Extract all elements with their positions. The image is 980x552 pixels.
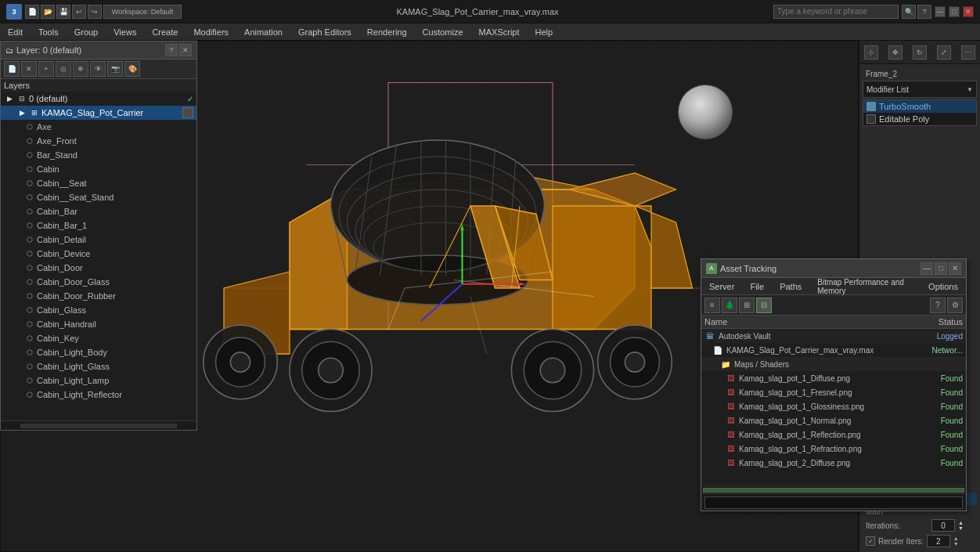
layers-add-btn[interactable]: + [38,61,54,77]
asset-row[interactable]: 🖼 Kamag_slag_pot_1_Glossiness.png Found [701,399,966,413]
layer-item[interactable]: ⬡ Cabin_Detail [1,233,196,247]
layer-item[interactable]: ⬡ Cabin_Light_Lamp [1,373,196,388]
layer-item[interactable]: ▶ ⊟ 0 (default) ✓ [1,92,196,106]
layer-item[interactable]: ⬡ Axe [1,120,196,134]
save-btn[interactable]: 💾 [56,5,70,19]
asset-menu-server[interactable]: Server [701,278,742,295]
ts-iterations-down[interactable]: ▼ [958,525,964,531]
menu-help[interactable]: Help [528,23,561,41]
layers-help-btn[interactable]: ? [165,44,178,56]
asset-menu-file[interactable]: File [742,278,772,295]
menu-rendering[interactable]: Rendering [359,23,415,41]
layer-item[interactable]: ⬡ Cabin_Light_Reflector [1,388,196,402]
modifier-turbosmooth[interactable]: TurboSmooth [863,100,976,113]
minimize-btn[interactable]: — [935,6,946,17]
menu-maxscript[interactable]: MAXScript [471,23,528,41]
ts-render-iters-checkbox[interactable]: ✓ [866,536,875,546]
open-btn[interactable]: 📂 [41,5,55,19]
asset-path-input[interactable] [704,496,963,509]
new-btn[interactable]: 📄 [25,5,39,19]
asset-minimize-btn[interactable]: — [921,262,933,275]
asset-maximize-btn[interactable]: □ [935,262,947,275]
asset-row[interactable]: 🏛 Autodesk Vault Logged [701,329,966,343]
modifier-editable-poly[interactable]: Editable Poly [863,113,976,125]
layer-item[interactable]: ⬡ Cabin_Door_Rubber [1,289,196,303]
layer-item[interactable]: ⬡ Cabin__Seat_Stand [1,190,196,204]
asset-row[interactable]: 🖼 Kamag_slag_pot_1_Reflection.png Found [701,428,966,442]
asset-view-grid-btn[interactable]: ⊞ [739,298,755,313]
redo-btn[interactable]: ↪ [88,5,102,19]
scale-icon[interactable]: ⤢ [937,45,951,60]
layer-item[interactable]: ⬡ Cabin [1,162,196,176]
modifier-list-dropdown[interactable]: Modifier List [863,81,977,98]
asset-settings-btn[interactable]: ⚙ [947,298,963,313]
ts-iterations-input[interactable] [931,519,955,532]
asset-menu-bitmap[interactable]: Bitmap Performance and Memory [809,278,921,295]
asset-table-body[interactable]: 🏛 Autodesk Vault Logged 📄 KAMAG_Slag_Pot… [701,329,966,485]
layers-list[interactable]: ▶ ⊟ 0 (default) ✓ ▶ ⊞ KAMAG_Slag_Pot_Car… [1,92,196,420]
asset-menu-paths[interactable]: Paths [772,278,809,295]
layers-color-btn[interactable]: 🎨 [124,61,140,77]
more-icon[interactable]: ⋯ [961,45,975,60]
layers-freeze-btn[interactable]: ❄ [73,61,88,77]
asset-close-btn[interactable]: ✕ [949,262,961,275]
asset-row[interactable]: 🖼 Kamag_slag_pot_2_Diffuse.png Found [701,456,966,470]
move-icon[interactable]: ✥ [888,45,903,60]
ts-render-iters-down[interactable]: ▼ [953,541,959,547]
help-icon[interactable]: ? [917,5,931,19]
asset-row[interactable]: 🖼 Kamag_slag_pot_1_Refraction.png Found [701,442,966,456]
layer-item[interactable]: ⬡ Cabin__Seat [1,176,196,190]
select-icon[interactable]: ⊹ [864,45,878,60]
layers-scrollbar[interactable] [20,424,177,428]
menu-create[interactable]: Create [144,23,186,41]
undo-btn[interactable]: ↩ [72,5,86,19]
asset-row[interactable]: 🖼 Kamag_slag_pot_1_Diffuse.png Found [701,371,966,385]
search-input[interactable] [773,5,899,19]
nav-sphere[interactable] [678,85,733,139]
asset-row[interactable]: 🖼 Kamag_slag_pot_1_Normal.png Found [701,413,966,428]
layer-item[interactable]: ⬡ Cabin_Device [1,247,196,261]
menu-animation[interactable]: Animation [236,23,290,41]
editable-poly-checkbox[interactable] [867,114,876,124]
asset-view-list-btn[interactable]: ≡ [704,298,720,313]
asset-help-btn[interactable]: ? [930,298,946,313]
layers-hide-btn[interactable]: 👁 [90,61,106,77]
menu-customize[interactable]: Customize [415,23,471,41]
layers-render-btn[interactable]: 📷 [107,61,123,77]
layer-item[interactable]: ⬡ Cabin_Door_Glass [1,275,196,289]
close-btn[interactable]: ✕ [963,6,974,17]
layers-delete-btn[interactable]: ✕ [21,61,37,77]
layers-select-btn[interactable]: ◎ [56,61,71,77]
layer-item[interactable]: ⬡ Cabin_Glass [1,303,196,317]
asset-view-tree-btn[interactable]: 🌲 [722,298,737,313]
asset-menu-options[interactable]: Options [921,278,966,295]
layers-close-btn[interactable]: ✕ [179,44,192,56]
menu-edit[interactable]: Edit [0,23,31,41]
layer-item[interactable]: ⬡ Cabin_Bar [1,204,196,218]
layer-item[interactable]: ⬡ Cabin_Key [1,331,196,345]
maximize-btn[interactable]: □ [949,6,960,17]
layer-item[interactable]: ⬡ Axe_Front [1,134,196,148]
ts-render-iters-up[interactable]: ▲ [953,536,959,541]
layer-item[interactable]: ⬡ Cabin_Light_Glass [1,359,196,373]
rotate-icon[interactable]: ↻ [913,45,927,60]
menu-views[interactable]: Views [106,23,144,41]
asset-row[interactable]: 🖼 Kamag_slag_pot_1_Fresnel.png Found [701,385,966,399]
viewport-nav-cube[interactable] [678,85,733,139]
layer-item[interactable]: ▶ ⊞ KAMAG_Slag_Pot_Carrier [1,106,196,120]
menu-group[interactable]: Group [67,23,106,41]
layer-item[interactable]: ⬡ Cabin_Bar_1 [1,218,196,233]
asset-row[interactable]: 📁 Maps / Shaders [701,357,966,371]
workspace-dropdown[interactable]: Workspace: Default [103,5,182,19]
ts-iterations-up[interactable]: ▲ [958,520,964,525]
menu-modifiers[interactable]: Modifiers [186,23,236,41]
layers-new-btn[interactable]: 📄 [4,61,20,77]
layer-item[interactable]: ⬡ Cabin_Light_Body [1,345,196,359]
layer-item[interactable]: ⬡ Cabin_Handrail [1,317,196,331]
menu-graph-editors[interactable]: Graph Editors [290,23,359,41]
asset-view-detail-btn[interactable]: ⊟ [756,298,772,313]
asset-row[interactable]: 📄 KAMAG_Slag_Pot_Carrier_max_vray.max Ne… [701,343,966,357]
search-icon[interactable]: 🔍 [902,5,916,19]
ts-render-iters-input[interactable] [927,535,950,547]
layer-item[interactable]: ⬡ Cabin_Door [1,261,196,275]
